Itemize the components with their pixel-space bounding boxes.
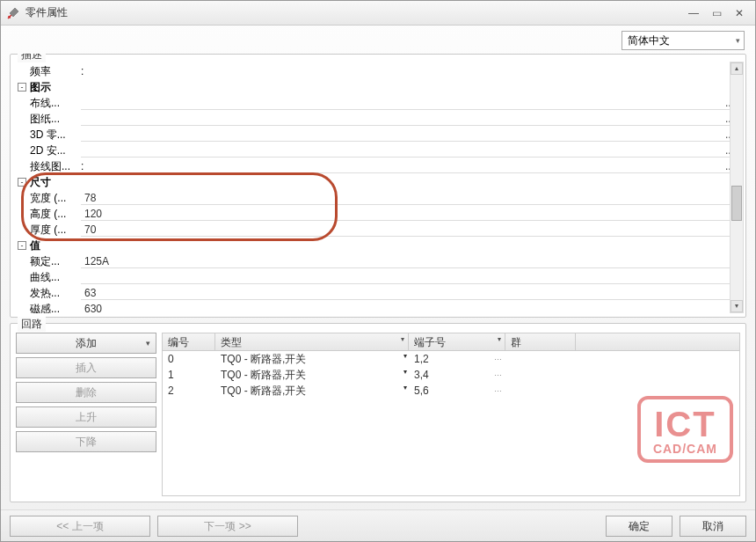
description-group: 描述 频率: - 图示 布线... ... [10, 54, 746, 318]
ok-button[interactable]: 确定 [606, 516, 672, 537]
scroll-thumb[interactable] [731, 186, 742, 221]
table-row[interactable]: 1 TQ0 - 断路器,开关▾ 3,4… [163, 367, 739, 383]
chevron-down-icon: ▾ [146, 333, 150, 353]
delete-button[interactable]: 删除 [16, 382, 156, 403]
prop-row[interactable]: 磁感... 630 [16, 301, 740, 313]
titlebar: 零件属性 — ▭ ✕ [1, 1, 755, 26]
top-row: 简体中文 ▾ [1, 26, 755, 54]
window-title: 零件属性 [25, 5, 681, 20]
description-rows: 频率: - 图示 布线... ... 图纸... ... [14, 62, 742, 313]
prop-row[interactable]: 厚度 (... 70 [16, 222, 740, 238]
app-icon [6, 6, 20, 20]
circuit-group: 回路 添加▾ 插入 删除 上升 下降 编号 类型▾ 端子号▾ 群 [10, 323, 746, 502]
grid-body: 0 TQ0 - 断路器,开关▾ 1,2… 1 TQ0 - 断路器,开关▾ 3,4… [163, 351, 739, 495]
description-scroll: 频率: - 图示 布线... ... 图纸... ... [14, 62, 742, 313]
prop-row[interactable]: 宽度 (... 78 [16, 190, 740, 206]
content: 描述 频率: - 图示 布线... ... [1, 54, 755, 509]
collapse-icon[interactable]: - [18, 178, 26, 187]
prop-row[interactable]: 频率: [16, 63, 740, 79]
prop-row[interactable]: 布线... ... [16, 95, 740, 111]
insert-button[interactable]: 插入 [16, 357, 156, 378]
circuit-label: 回路 [18, 317, 46, 332]
scroll-down-button[interactable]: ▾ [731, 300, 743, 312]
maximize-button[interactable]: ▭ [706, 5, 727, 21]
chevron-down-icon: ▾ [736, 36, 740, 45]
minimize-button[interactable]: — [683, 5, 704, 21]
prop-row[interactable]: 高度 (... 120 [16, 206, 740, 222]
col-type[interactable]: 类型▾ [215, 333, 409, 350]
up-button[interactable]: 上升 [16, 406, 156, 428]
prop-row-header[interactable]: - 值 [16, 238, 740, 253]
table-row[interactable]: 2 TQ0 - 断路器,开关▾ 5,6… [163, 383, 739, 399]
prop-row[interactable]: 曲线... [16, 269, 740, 285]
prev-button[interactable]: << 上一项 [10, 516, 150, 537]
footer: << 上一项 下一项 >> 确定 取消 [1, 509, 755, 541]
prop-row[interactable]: 图纸... ... [16, 111, 740, 127]
prop-row-header[interactable]: - 尺寸 [16, 174, 740, 190]
collapse-icon[interactable]: - [18, 241, 26, 250]
grid-header: 编号 类型▾ 端子号▾ 群 [163, 333, 739, 351]
close-button[interactable]: ✕ [729, 5, 750, 21]
circuit-buttons: 添加▾ 插入 删除 上升 下降 [16, 333, 156, 496]
cancel-button[interactable]: 取消 [680, 516, 746, 537]
collapse-icon[interactable]: - [18, 83, 26, 92]
window: 零件属性 — ▭ ✕ 简体中文 ▾ 描述 频率: - 图示 [0, 0, 756, 542]
prop-row-header[interactable]: - 图示 [16, 79, 740, 95]
prop-row[interactable]: 2D 安... ... [16, 143, 740, 158]
language-value: 简体中文 [628, 33, 670, 48]
add-button[interactable]: 添加▾ [16, 333, 156, 354]
next-button[interactable]: 下一项 >> [157, 516, 298, 537]
scroll-up-button[interactable]: ▴ [731, 62, 743, 75]
col-terminal[interactable]: 端子号▾ [409, 333, 505, 350]
prop-row[interactable]: 额定... 125A [16, 253, 740, 269]
language-select[interactable]: 简体中文 ▾ [622, 31, 745, 50]
col-group[interactable]: 群 [505, 333, 576, 350]
down-button[interactable]: 下降 [16, 431, 156, 452]
circuit-grid: 编号 类型▾ 端子号▾ 群 0 TQ0 - 断路器,开关▾ 1,2… [162, 333, 740, 496]
table-row[interactable]: 0 TQ0 - 断路器,开关▾ 1,2… [163, 351, 739, 367]
prop-row[interactable]: 3D 零... ... [16, 127, 740, 143]
col-num[interactable]: 编号 [163, 333, 215, 350]
prop-row[interactable]: 接线图...: ... [16, 158, 740, 174]
prop-row[interactable]: 发热... 63 [16, 285, 740, 301]
vertical-scrollbar[interactable]: ▴ ▾ [730, 62, 744, 313]
